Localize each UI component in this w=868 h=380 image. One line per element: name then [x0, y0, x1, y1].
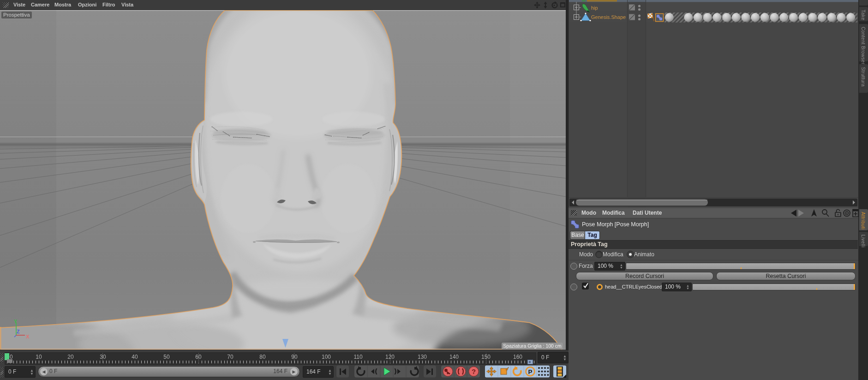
svg-text:P: P: [528, 368, 533, 375]
svg-text:?: ?: [472, 368, 476, 375]
svg-text:Genesis.Shape: Genesis.Shape: [591, 14, 626, 20]
svg-text:Y: Y: [14, 319, 18, 324]
svg-text:X: X: [26, 334, 30, 339]
svg-text:hip: hip: [591, 5, 598, 11]
svg-text:Z: Z: [17, 329, 20, 334]
